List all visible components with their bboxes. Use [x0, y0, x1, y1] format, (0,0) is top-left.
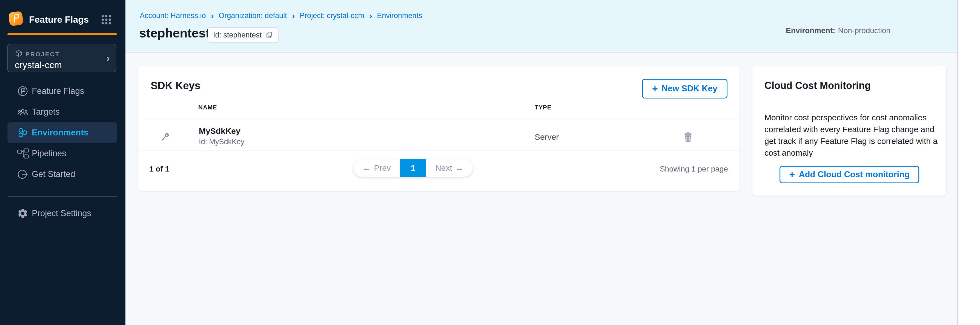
- prev-page-button[interactable]: ← Prev: [353, 159, 400, 177]
- main-content: SDK Keys + New SDK Key NAME TYPE MySdkKe…: [126, 52, 957, 325]
- sdk-keys-card: SDK Keys + New SDK Key NAME TYPE MySdkKe…: [138, 66, 740, 191]
- project-cube-icon: [14, 49, 23, 57]
- environment-type-label: Environment:: [786, 26, 835, 35]
- next-label: Next: [435, 163, 452, 173]
- gear-icon: [16, 207, 29, 220]
- chevron-separator-icon: ›: [211, 12, 214, 19]
- chevron-separator-icon: ›: [369, 12, 372, 19]
- project-name: crystal-ccm: [15, 60, 62, 70]
- new-sdk-key-button[interactable]: + New SDK Key: [642, 79, 727, 98]
- brand-accent-divider: [7, 33, 117, 35]
- sidebar-item-label: Project Settings: [32, 208, 91, 218]
- table-divider: [138, 151, 740, 151]
- next-page-button[interactable]: Next →: [426, 159, 473, 177]
- new-sdk-key-label: New SDK Key: [662, 84, 718, 94]
- sdk-key-name: MySdkKey: [199, 126, 240, 136]
- environment-type-value: Non-production: [838, 26, 891, 35]
- environment-id-badge[interactable]: Id: stephentest: [208, 27, 278, 43]
- environment-id-text: Id: stephentest: [213, 31, 262, 40]
- plus-icon: +: [789, 170, 795, 179]
- column-header-name: NAME: [198, 104, 217, 111]
- chevron-right-icon: ›: [106, 52, 110, 63]
- page-title: stephentest: [139, 26, 210, 41]
- sdk-key-type: Server: [535, 132, 559, 142]
- project-label: PROJECT: [25, 51, 60, 58]
- sdk-keys-title: SDK Keys: [151, 80, 200, 92]
- app-window: Feature Flags PROJECT crystal-ccm ›: [0, 0, 980, 325]
- sidebar-item-label: Get Started: [32, 169, 75, 179]
- breadcrumb-environments[interactable]: Environments: [377, 11, 422, 20]
- page-1-button[interactable]: 1: [400, 159, 426, 177]
- sidebar-item-environments[interactable]: Environments: [7, 122, 117, 143]
- arrow-right-icon: →: [455, 163, 464, 173]
- breadcrumb: Account: Harness.io › Organization: defa…: [140, 11, 422, 20]
- sidebar-item-targets[interactable]: Targets: [7, 101, 117, 122]
- add-cloud-cost-button[interactable]: + Add Cloud Cost monitoring: [780, 166, 919, 183]
- sdk-key-icon: [160, 131, 171, 142]
- sdk-key-id: Id: MySdkKey: [199, 138, 245, 146]
- sidebar-item-label: Environments: [32, 128, 89, 138]
- hexagons-icon: [16, 126, 29, 139]
- page-header: Account: Harness.io › Organization: defa…: [126, 0, 957, 52]
- product-title: Feature Flags: [29, 14, 89, 25]
- arrow-left-icon: ←: [363, 163, 371, 173]
- get-started-icon: [16, 168, 29, 181]
- plus-icon: +: [652, 84, 658, 93]
- delete-sdk-key-button[interactable]: [682, 131, 694, 143]
- environment-type: Environment:Non-production: [786, 26, 891, 35]
- sidebar-item-get-started[interactable]: Get Started: [7, 164, 117, 185]
- sidebar-item-label: Feature Flags: [32, 86, 84, 96]
- pipeline-icon: [16, 147, 29, 160]
- copy-icon[interactable]: [266, 31, 273, 39]
- feature-flags-logo-icon: [8, 11, 24, 26]
- sidebar-settings: Project Settings: [7, 203, 117, 224]
- pagination-control: ← Prev 1 Next →: [353, 159, 473, 177]
- cloud-cost-card: Cloud Cost Monitoring Monitor cost persp…: [752, 66, 946, 196]
- project-selector[interactable]: PROJECT crystal-ccm ›: [7, 44, 116, 72]
- breadcrumb-organization[interactable]: Organization: default: [219, 11, 287, 20]
- add-cloud-cost-label: Add Cloud Cost monitoring: [799, 170, 910, 179]
- sidebar-divider: [7, 196, 117, 197]
- chevron-separator-icon: ›: [292, 12, 295, 19]
- sidebar-item-project-settings[interactable]: Project Settings: [7, 203, 117, 224]
- people-icon: [16, 106, 29, 118]
- table-divider: [138, 120, 740, 120]
- cloud-cost-description: Monitor cost perspectives for cost anoma…: [764, 112, 940, 159]
- sidebar-item-pipelines[interactable]: Pipelines: [7, 143, 117, 164]
- pagination-count: 1 of 1: [149, 165, 169, 173]
- column-header-type: TYPE: [535, 104, 551, 111]
- sidebar-nav: Feature Flags Targets: [7, 81, 117, 185]
- right-gutter: [957, 0, 980, 325]
- breadcrumb-account[interactable]: Account: Harness.io: [140, 11, 206, 20]
- sidebar-item-label: Pipelines: [32, 149, 66, 159]
- sidebar-item-feature-flags[interactable]: Feature Flags: [7, 81, 117, 101]
- sidebar-item-label: Targets: [32, 107, 60, 117]
- module-grid-icon[interactable]: [101, 14, 112, 25]
- breadcrumb-project[interactable]: Project: crystal-ccm: [300, 11, 364, 20]
- flag-circle-icon: [16, 85, 29, 97]
- pagination-summary: Showing 1 per page: [660, 165, 728, 173]
- cloud-cost-title: Cloud Cost Monitoring: [764, 80, 871, 91]
- sidebar: Feature Flags PROJECT crystal-ccm ›: [0, 0, 126, 325]
- prev-label: Prev: [374, 163, 391, 173]
